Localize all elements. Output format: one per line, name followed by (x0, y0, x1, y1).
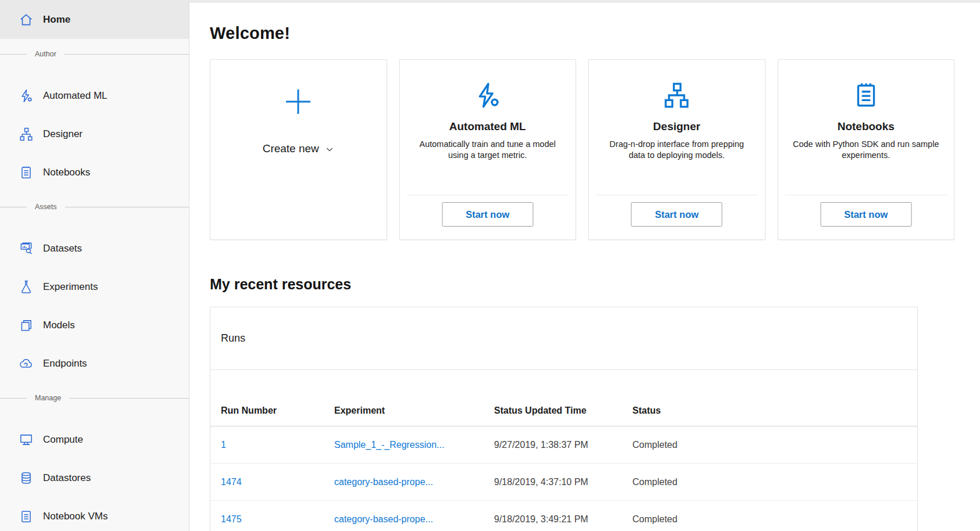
sidebar-item-experiments[interactable]: Experiments (0, 268, 189, 306)
automated-ml-card: Automated ML Automatically train and tun… (399, 59, 577, 240)
plus-icon (283, 87, 313, 117)
column-header-status-updated-time: Status Updated Time (494, 406, 632, 416)
sidebar-item-models[interactable]: Models (0, 306, 189, 345)
endpoints-icon (19, 356, 34, 371)
runs-panel-title: Runs (221, 332, 245, 345)
notebook-vms-icon (19, 509, 34, 524)
main-content: Welcome! Create new (189, 0, 980, 531)
status-value: Completed (632, 514, 917, 525)
sidebar-item-label: Notebooks (43, 167, 90, 178)
status-updated-time: 9/18/2019, 3:49:21 PM (494, 514, 632, 525)
card-description: Code with Python SDK and run sample expe… (778, 139, 954, 161)
sidebar-item-label: Models (43, 320, 75, 331)
status-value: Completed (632, 477, 917, 487)
experiments-icon (19, 279, 34, 295)
models-icon (19, 318, 34, 333)
run-number-link[interactable]: 1475 (221, 514, 242, 524)
status-value: Completed (632, 440, 917, 450)
sidebar-item-automated-ml[interactable]: Automated ML (0, 77, 189, 115)
status-updated-time: 9/27/2019, 1:38:37 PM (494, 440, 632, 450)
sidebar-item-datasets[interactable]: Datasets (0, 229, 189, 268)
run-number-link[interactable]: 1 (221, 440, 226, 450)
column-header-status: Status (632, 406, 917, 416)
card-description: Automatically train and tune a model usi… (400, 139, 576, 161)
experiment-link[interactable]: Sample_1_-_Regression... (334, 440, 444, 450)
start-now-button[interactable]: Start now (442, 202, 533, 227)
status-updated-time: 9/18/2019, 4:37:10 PM (494, 477, 632, 487)
table-row[interactable]: 1474 category-based-prope... 9/18/2019, … (210, 464, 917, 501)
automated-ml-icon (473, 81, 502, 111)
recent-resources-title: My recent resources (210, 276, 980, 293)
app-window: Home Author Automated ML (0, 0, 980, 531)
notebooks-icon (852, 81, 881, 111)
run-number-link[interactable]: 1474 (221, 477, 242, 487)
sidebar-item-notebook-vms[interactable]: Notebook VMs (0, 497, 189, 531)
card-title: Notebooks (838, 120, 895, 133)
column-header-experiment: Experiment (334, 406, 494, 416)
sidebar-item-label: Experiments (43, 281, 98, 293)
sidebar-item-label: Home (43, 14, 70, 26)
sidebar-item-notebooks[interactable]: Notebooks (0, 153, 189, 192)
sidebar-item-datastores[interactable]: Datastores (0, 459, 189, 497)
automated-ml-icon (19, 88, 34, 103)
sidebar-section-assets: Assets (0, 192, 189, 222)
home-icon (19, 12, 34, 27)
quick-start-cards: Create new Automate (210, 59, 954, 240)
card-title: Automated ML (449, 120, 526, 133)
create-new-card[interactable]: Create new (210, 59, 387, 240)
datasets-icon (19, 241, 34, 256)
sidebar: Home Author Automated ML (0, 0, 189, 531)
sidebar-item-label: Automated ML (43, 90, 108, 102)
sidebar-item-label: Endpoints (43, 358, 87, 369)
runs-panel-header: Runs (210, 307, 917, 370)
section-label: Assets (35, 203, 57, 211)
card-divider (596, 195, 758, 195)
sidebar-item-designer[interactable]: Designer (0, 115, 189, 153)
sidebar-item-label: Compute (43, 434, 83, 446)
create-new-label: Create new (263, 142, 319, 155)
designer-icon (19, 127, 34, 142)
designer-icon (662, 81, 691, 111)
runs-table-header: Run Number Experiment Status Updated Tim… (210, 370, 917, 426)
sidebar-item-label: Datasets (43, 243, 82, 254)
card-divider (785, 195, 947, 195)
card-title: Designer (653, 120, 700, 133)
sidebar-item-label: Datastores (43, 472, 91, 484)
designer-card: Designer Drag-n-drop interface from prep… (588, 59, 766, 240)
sidebar-item-label: Notebook VMs (43, 511, 108, 522)
experiment-link[interactable]: category-based-prope... (334, 514, 433, 524)
notebooks-icon (19, 165, 34, 180)
sidebar-item-home[interactable]: Home (0, 0, 189, 39)
card-divider (407, 195, 569, 195)
card-description: Drag-n-drop interface from prepping data… (589, 139, 765, 161)
section-label: Manage (35, 394, 61, 402)
sidebar-section-author: Author (0, 39, 189, 69)
start-now-button[interactable]: Start now (820, 202, 911, 227)
start-now-button[interactable]: Start now (631, 202, 723, 227)
page-title: Welcome! (210, 24, 980, 43)
experiment-link[interactable]: category-based-prope... (334, 477, 433, 487)
chevron-down-icon (325, 145, 334, 154)
section-label: Author (35, 50, 56, 58)
sidebar-section-manage: Manage (0, 383, 189, 413)
runs-panel: Runs Run Number Experiment Status Update… (210, 307, 918, 531)
table-row[interactable]: 1 Sample_1_-_Regression... 9/27/2019, 1:… (210, 426, 917, 464)
notebooks-card: Notebooks Code with Python SDK and run s… (778, 59, 955, 240)
sidebar-item-endpoints[interactable]: Endpoints (0, 345, 189, 383)
datastores-icon (19, 471, 34, 486)
top-edge-divider (189, 0, 980, 2)
column-header-run-number: Run Number (221, 406, 334, 416)
table-row[interactable]: 1475 category-based-prope... 9/18/2019, … (210, 501, 917, 531)
sidebar-item-label: Designer (43, 128, 83, 140)
sidebar-item-compute[interactable]: Compute (0, 421, 189, 459)
compute-icon (19, 432, 34, 447)
